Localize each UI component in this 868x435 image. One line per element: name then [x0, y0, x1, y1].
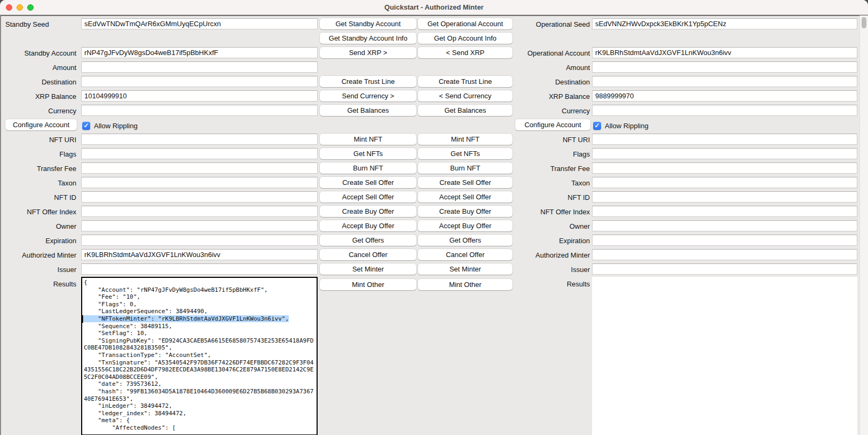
standby-taxon-field[interactable]	[81, 177, 318, 188]
form-row: Standby SeedGet Standby AccountGet Opera…	[1, 17, 857, 31]
close-button[interactable]	[6, 4, 12, 11]
operational-nft-offer-index-field[interactable]	[592, 206, 857, 217]
standby-get-balances-button[interactable]: Get Balances	[320, 105, 416, 116]
operational-get-balances-button[interactable]: Get Balances	[418, 105, 512, 116]
standby-nft-uri-label: NFT URI	[49, 136, 76, 144]
get-operational-account-button[interactable]: Get Operational Account	[418, 18, 512, 29]
get-standby-account-button[interactable]: Get Standby Account	[320, 18, 416, 29]
standby-flags-field[interactable]	[81, 148, 318, 159]
operational-issuer-field[interactable]	[592, 263, 857, 275]
operational-account-field[interactable]	[592, 47, 857, 58]
operational-accept-sell-offer-button[interactable]: Accept Sell Offer	[418, 191, 512, 203]
standby-set-minter-button[interactable]: Set Minter	[320, 263, 416, 275]
operational-results-text[interactable]	[592, 277, 857, 435]
standby-configure-account-button[interactable]: Configure Account	[5, 119, 77, 130]
operational-get-nfts-button[interactable]: Get NFTs	[418, 148, 512, 159]
results-line: "date": 739573612,	[84, 380, 317, 388]
standby-get-nfts-button[interactable]: Get NFTs	[320, 148, 416, 159]
vertical-scrollbar[interactable]	[859, 15, 868, 435]
form-row: Configure AccountAllow RipplingConfigure…	[1, 118, 857, 132]
operational-allow-rippling-checkbox[interactable]	[593, 122, 601, 130]
results-line: {	[84, 279, 317, 286]
operational-currency-label: Currency	[562, 107, 590, 115]
form-row: CurrencyGet BalancesGet BalancesCurrency	[1, 103, 857, 118]
traffic-lights	[6, 0, 34, 14]
operational-expiration-label: Expiration	[559, 237, 590, 245]
standby-taxon-label: Taxon	[58, 179, 76, 187]
operational-mint-other-button[interactable]: Mint Other	[418, 279, 512, 290]
standby-destination-field[interactable]	[81, 76, 318, 87]
standby-issuer-field[interactable]	[81, 263, 318, 275]
standby-seed-field[interactable]	[81, 18, 318, 29]
operational-expiration-field[interactable]	[592, 235, 857, 246]
standby-amount-field[interactable]	[81, 61, 318, 73]
standby-currency-field[interactable]	[81, 105, 318, 116]
standby-transfer-fee-field[interactable]	[81, 162, 318, 174]
standby-cancel-offer-button[interactable]: Cancel Offer	[320, 249, 416, 260]
results-line: "NFTokenMinter": "rK9LBRhStdmtAaVdJXGVF1…	[84, 315, 317, 323]
operational-nft-id-field[interactable]	[592, 191, 857, 203]
title-bar[interactable]: Quickstart - Authorized Minter	[0, 0, 868, 15]
standby-nft-uri-field[interactable]	[81, 134, 318, 145]
operational-owner-field[interactable]	[592, 220, 857, 231]
get-standby-account-info-button[interactable]: Get Standby Account Info	[320, 33, 416, 44]
operational-create-sell-offer-button[interactable]: Create Sell Offer	[418, 177, 512, 188]
results-line: "LastLedgerSequence": 38494490,	[84, 308, 317, 315]
operational-accept-buy-offer-button[interactable]: Accept Buy Offer	[418, 220, 512, 231]
operational-create-buy-offer-button[interactable]: Create Buy Offer	[418, 206, 512, 217]
operational-configure-account-button[interactable]: Configure Account	[515, 119, 590, 130]
standby-authorized-minter-field[interactable]	[81, 249, 318, 260]
send-xrp-to-standby-button[interactable]: < Send XRP	[418, 47, 512, 58]
send-currency-to-standby-button[interactable]: < Send Currency	[418, 90, 512, 102]
minimize-button[interactable]	[17, 4, 23, 11]
operational-flags-field[interactable]	[592, 148, 857, 159]
operational-cancel-offer-button[interactable]: Cancel Offer	[418, 249, 512, 260]
standby-accept-sell-offer-button[interactable]: Accept Sell Offer	[320, 191, 416, 203]
operational-results-label: Results	[567, 280, 590, 288]
operational-nft-uri-field[interactable]	[592, 134, 857, 145]
standby-allow-rippling-checkbox[interactable]	[82, 122, 90, 130]
send-xrp-to-operational-button[interactable]: Send XRP >	[320, 47, 416, 58]
standby-create-buy-offer-button[interactable]: Create Buy Offer	[320, 206, 416, 217]
form-row: ExpirationGet OffersGet OffersExpiration	[1, 233, 857, 247]
standby-nft-id-field[interactable]	[81, 191, 318, 203]
standby-mint-other-button[interactable]: Mint Other	[320, 279, 416, 290]
zoom-button[interactable]	[27, 4, 34, 11]
operational-xrp-balance-field[interactable]	[592, 90, 857, 102]
standby-accept-buy-offer-button[interactable]: Accept Buy Offer	[320, 220, 416, 231]
operational-seed-field[interactable]	[592, 18, 857, 29]
standby-burn-nft-button[interactable]: Burn NFT	[320, 162, 416, 174]
operational-burn-nft-button[interactable]: Burn NFT	[418, 162, 512, 174]
operational-set-minter-button[interactable]: Set Minter	[418, 263, 512, 275]
standby-xrp-balance-field[interactable]	[81, 90, 318, 102]
scrollbar-thumb[interactable]	[862, 17, 866, 28]
standby-create-sell-offer-button[interactable]: Create Sell Offer	[320, 177, 416, 188]
operational-authorized-minter-field[interactable]	[592, 249, 857, 260]
form-row: XRP BalanceSend Currency >< Send Currenc…	[1, 89, 857, 103]
operational-transfer-fee-field[interactable]	[592, 162, 857, 174]
standby-expiration-field[interactable]	[81, 235, 318, 246]
standby-create-trust-line-button[interactable]: Create Trust Line	[320, 76, 416, 87]
operational-mint-nft-button[interactable]: Mint NFT	[418, 134, 512, 145]
get-op-account-info-button[interactable]: Get Op Account Info	[418, 33, 512, 44]
send-currency-to-operational-button[interactable]: Send Currency >	[320, 90, 416, 102]
standby-mint-nft-button[interactable]: Mint NFT	[320, 134, 416, 145]
operational-authorized-minter-label: Authorized Minter	[535, 251, 590, 259]
standby-nft-offer-index-field[interactable]	[81, 206, 318, 217]
operational-destination-field[interactable]	[592, 76, 857, 87]
operational-taxon-field[interactable]	[592, 177, 857, 188]
operational-create-trust-line-button[interactable]: Create Trust Line	[418, 76, 512, 87]
standby-account-field[interactable]	[81, 47, 318, 58]
form-row: OwnerAccept Buy OfferAccept Buy OfferOwn…	[1, 219, 857, 233]
operational-get-offers-button[interactable]: Get Offers	[418, 235, 512, 246]
operational-amount-field[interactable]	[592, 61, 857, 73]
form-row: NFT IDAccept Sell OfferAccept Sell Offer…	[1, 190, 857, 204]
standby-get-offers-button[interactable]: Get Offers	[320, 235, 416, 246]
results-line: "SigningPubKey": "ED924CA3CAEB5A6615E685…	[84, 337, 317, 345]
form-row: Standby AccountSend XRP >< Send XRPOpera…	[1, 45, 857, 60]
standby-results-text[interactable]: { "Account": "rNP47gJFvDyW8gsDo4weB17if5…	[81, 277, 318, 435]
results-line: 5C2F0C04AD08BCCEE09",	[84, 374, 317, 381]
standby-owner-field[interactable]	[81, 220, 318, 231]
operational-currency-field[interactable]	[592, 105, 857, 116]
results-line: "hash": "99FB136034D5A1878E10464D360009E…	[84, 388, 317, 395]
